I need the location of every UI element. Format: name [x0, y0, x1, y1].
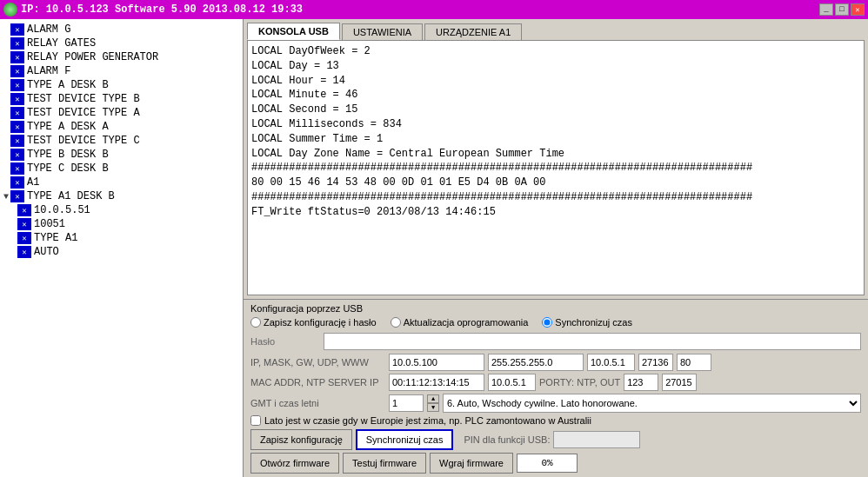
tab-konsola[interactable]: KONSOLA USB [247, 23, 340, 40]
tree-icon-auto: ✕ [17, 246, 31, 258]
radio-aktualizacja[interactable]: Aktualizacja oprogramowania [391, 317, 529, 328]
tree-icon-test-device-type-c: ✕ [10, 135, 24, 147]
gmt-label: GMT i czas letni [250, 398, 385, 408]
tab-urzadzenie[interactable]: URZĄDZENIE A1 [424, 23, 522, 40]
tree-label-type-b-desk-b: TYPE B DESK B [27, 149, 109, 161]
tree-icon-alarm-g: ✕ [10, 23, 24, 36]
sidebar-item-ip-10051[interactable]: ✕10.0.5.51 [0, 203, 243, 217]
radio-aktualizacja-input[interactable] [391, 317, 401, 328]
titlebar-controls: _ □ ✕ [819, 3, 865, 16]
tree-label-a1: A1 [27, 176, 39, 189]
udp-input[interactable] [638, 354, 673, 371]
sidebar-item-type-b-desk-b[interactable]: ✕TYPE B DESK B [0, 148, 243, 162]
haslo-row: Hasło [250, 333, 861, 350]
btn-row-2: Otwórz firmware Testuj firmware Wgraj fi… [250, 453, 861, 474]
tree-label-alarm-g: ALARM G [27, 23, 70, 36]
tree-label-auto: AUTO [34, 246, 59, 258]
main-layout: ✕ALARM G✕RELAY GATES✕RELAY POWER GENERAT… [0, 19, 868, 477]
mac-row: MAC ADDR, NTP SERVER IP PORTY: NTP, OUT [250, 374, 861, 391]
gw-input[interactable] [587, 354, 635, 371]
zapisz-konfiguracje-button[interactable]: Zapisz konfigurację [250, 429, 352, 450]
titlebar-title: IP: 10.0.5.123 Software 5.90 2013.08.12 … [21, 3, 303, 16]
config-title: Konfiguracja poprzez USB [250, 303, 861, 314]
tree-icon-relay-gates: ✕ [10, 37, 24, 50]
sidebar-item-type-a1-desk-b[interactable]: ▼✕TYPE A1 DESK B [0, 189, 243, 203]
sidebar-item-relay-gates[interactable]: ✕RELAY GATES [0, 36, 243, 50]
www-input[interactable] [677, 354, 711, 371]
tab-bar: KONSOLA USBUSTAWIENIAURZĄDZENIE A1 [244, 19, 868, 40]
sidebar-item-type-a-desk-a[interactable]: ✕TYPE A DESK A [0, 120, 243, 134]
sidebar-item-auto[interactable]: ✕AUTO [0, 245, 243, 259]
sidebar-item-relay-power[interactable]: ✕RELAY POWER GENERATOR [0, 50, 243, 64]
tree-icon-test-device-type-a: ✕ [10, 107, 24, 119]
console-area: LOCAL DayOfWeek = 2LOCAL Day = 13LOCAL H… [247, 40, 865, 295]
radio-zapisz-label: Zapisz konfigurację i hasło [264, 317, 377, 328]
expand-type-a1-desk-b[interactable]: ▼ [0, 192, 10, 202]
tree-icon-type-b-desk-b: ✕ [10, 149, 24, 161]
synchronizuj-czas-button[interactable]: Synchronizuj czas [356, 429, 454, 450]
sidebar-item-alarm-f[interactable]: ✕ALARM F [0, 64, 243, 78]
ports-label: PORTY: NTP, OUT [539, 377, 620, 388]
tree-label-type-c-desk-b: TYPE C DESK B [27, 162, 109, 175]
mac-input[interactable] [389, 374, 484, 391]
tree-icon-relay-power: ✕ [10, 51, 24, 63]
gmt-down-btn[interactable]: ▼ [427, 403, 439, 412]
gmt-zone-select[interactable]: 6. Auto, Wschody cywilne. Lato honorowan… [443, 394, 861, 413]
ntp-port-input[interactable] [624, 374, 658, 391]
gmt-spinner: ▲ ▼ [427, 394, 439, 412]
progress-text: 0% [541, 458, 552, 468]
australia-checkbox[interactable] [250, 415, 261, 426]
haslo-label: Hasło [250, 336, 320, 347]
gmt-row: GMT i czas letni ▲ ▼ 6. Auto, Wschody cy… [250, 394, 861, 413]
ip-row: IP, MASK, GW, UDP, WWW [250, 354, 861, 371]
radio-zapisz-input[interactable] [250, 317, 261, 328]
radio-zapisz[interactable]: Zapisz konfigurację i hasło [250, 317, 377, 328]
sidebar-item-test-device-type-a[interactable]: ✕TEST DEVICE TYPE A [0, 106, 243, 120]
tree-icon-alarm-f: ✕ [10, 65, 24, 77]
mask-input[interactable] [488, 354, 584, 371]
tree-label-type-a-desk-a: TYPE A DESK A [27, 121, 109, 133]
ntp-input[interactable] [488, 374, 536, 391]
progress-bar: 0% [517, 454, 578, 473]
sidebar-item-a1[interactable]: ✕A1 [0, 176, 243, 189]
sidebar-item-port-10051[interactable]: ✕10051 [0, 217, 243, 231]
content-area: KONSOLA USBUSTAWIENIAURZĄDZENIE A1 LOCAL… [244, 19, 868, 477]
config-panel: Konfiguracja poprzez USB Zapisz konfigur… [244, 299, 868, 477]
close-button[interactable]: ✕ [851, 3, 865, 16]
maximize-button[interactable]: □ [835, 3, 849, 16]
tree-label-ip-10051: 10.0.5.51 [34, 204, 90, 216]
gmt-value-input[interactable] [389, 394, 424, 412]
tree-label-type-a1: TYPE A1 [34, 232, 77, 244]
sidebar: ✕ALARM G✕RELAY GATES✕RELAY POWER GENERAT… [0, 19, 244, 477]
gmt-up-btn[interactable]: ▲ [427, 394, 439, 403]
app-icon [3, 3, 17, 17]
haslo-input[interactable] [324, 333, 861, 350]
minimize-button[interactable]: _ [819, 3, 833, 16]
pin-input[interactable] [553, 431, 640, 448]
tree-label-relay-gates: RELAY GATES [27, 37, 96, 50]
tree-icon-port-10051: ✕ [17, 218, 31, 230]
sidebar-item-test-device-type-c[interactable]: ✕TEST DEVICE TYPE C [0, 134, 243, 148]
out-port-input[interactable] [662, 374, 697, 391]
ip-input[interactable] [389, 354, 484, 371]
tree-icon-type-a-desk-a: ✕ [10, 121, 24, 133]
tree-icon-a1: ✕ [10, 176, 24, 189]
tree-icon-ip-10051: ✕ [17, 204, 31, 216]
tree-label-type-a-desk-b: TYPE A DESK B [27, 79, 109, 91]
mac-row-label: MAC ADDR, NTP SERVER IP [250, 377, 385, 388]
testuj-firmware-button[interactable]: Testuj firmware [343, 453, 426, 474]
wgraj-firmware-button[interactable]: Wgraj firmware [430, 453, 513, 474]
sidebar-item-type-a1[interactable]: ✕TYPE A1 [0, 231, 243, 245]
tree-label-test-device-type-a: TEST DEVICE TYPE A [27, 107, 140, 119]
otworz-firmware-button[interactable]: Otwórz firmware [250, 453, 339, 474]
sidebar-item-alarm-g[interactable]: ✕ALARM G [0, 23, 243, 36]
radio-synchronizuj-input[interactable] [542, 317, 552, 328]
checkbox-row: Lato jest w czasie gdy w Europie jest zi… [250, 415, 861, 426]
sidebar-item-test-device-type-b[interactable]: ✕TEST DEVICE TYPE B [0, 92, 243, 106]
sidebar-item-type-a-desk-b[interactable]: ✕TYPE A DESK B [0, 78, 243, 92]
console-text[interactable]: LOCAL DayOfWeek = 2LOCAL Day = 13LOCAL H… [248, 41, 864, 295]
tab-ustawienia[interactable]: USTAWIENIA [342, 23, 423, 40]
tree-label-type-a1-desk-b: TYPE A1 DESK B [27, 190, 115, 202]
radio-synchronizuj[interactable]: Synchronizuj czas [542, 317, 632, 328]
sidebar-item-type-c-desk-b[interactable]: ✕TYPE C DESK B [0, 162, 243, 176]
